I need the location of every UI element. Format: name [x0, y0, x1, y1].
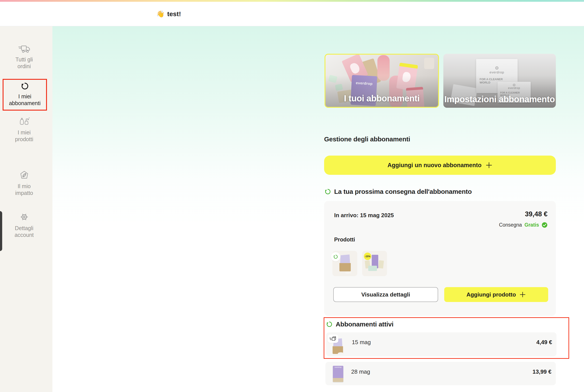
top-bar: 👋 test!: [0, 2, 584, 26]
sidebar-item-my-subscriptions[interactable]: I miei abbonamenti: [2, 79, 47, 110]
purple-box-image: everdrop: [333, 366, 343, 382]
add-product-label: Aggiungi prodotto: [467, 291, 516, 298]
subscription-row[interactable]: 15 mag 4,49 €: [326, 332, 557, 356]
wave-emoji: 👋: [156, 10, 164, 18]
next-delivery-heading-text: La tua prossima consegna dell'abbonament…: [334, 188, 472, 195]
add-subscription-button[interactable]: Aggiungi un nuovo abbonamento: [324, 156, 556, 175]
shipping-line: Consegna Gratis: [499, 222, 548, 228]
brand-wordmark: everdrop: [490, 70, 504, 74]
subscription-date: 28 mag: [351, 368, 370, 375]
collage-pink-pack-yellow: [396, 63, 418, 91]
everdrop-logo-mark: [513, 84, 515, 86]
sidebar: Tutti gli ordini I miei abbonamenti I mi…: [0, 26, 52, 392]
brand-wordmark: everdrop: [333, 366, 343, 368]
main-content: everdrop I tuoi abbonamenti everdrop FOR…: [52, 26, 584, 392]
shipping-box-icon: [328, 334, 338, 343]
add-subscription-label: Aggiungi un nuovo abbonamento: [387, 162, 481, 169]
subscription-row[interactable]: everdrop 28 mag 13,99 €: [325, 362, 556, 385]
banner-subscription-settings[interactable]: everdrop FOR A CLEANER WORLD everdrop FO…: [443, 54, 556, 108]
page-title: Gestione degli abbonamenti: [324, 136, 410, 143]
collage-mint-cube: [335, 84, 343, 91]
next-delivery-card: In arrivo: 15 mag 2025 39,48 € Consegna …: [324, 201, 556, 316]
sidebar-item-label: Dettagli account: [15, 225, 34, 238]
product-thumbnail-bundle[interactable]: -15%: [362, 251, 387, 276]
feedback-drawer-handle[interactable]: [0, 211, 2, 251]
sidebar-item-my-products[interactable]: I miei prodotti: [1, 115, 47, 143]
sidebar-item-account-details[interactable]: Dettagli account: [1, 212, 47, 238]
banner-title: I tuoi abbonamenti: [325, 94, 438, 103]
order-total: 39,48 €: [525, 210, 548, 218]
collage-mint-cube: [328, 75, 337, 83]
spray-bottles-icon: [19, 115, 30, 126]
product-thumbnail-detergent-bag[interactable]: [332, 251, 357, 276]
greeting: 👋 test!: [156, 10, 181, 18]
delivery-card-buttons: Visualizza dettagli Aggiungi prodotto: [333, 287, 548, 302]
subscription-date: 15 mag: [352, 339, 371, 346]
plus-icon: [486, 162, 493, 169]
brand-gradient-strip: [0, 0, 584, 2]
everdrop-logo-mark: [495, 66, 498, 70]
total-price: 39,48 €: [525, 210, 548, 218]
bundle-image: [378, 260, 384, 268]
collage-cream-jar: [424, 58, 434, 69]
sidebar-item-all-orders[interactable]: Tutti gli ordini: [1, 44, 47, 70]
products-label: Prodotti: [334, 236, 355, 243]
banner-your-subscriptions[interactable]: everdrop I tuoi abbonamenti: [325, 54, 439, 108]
subscription-price: 4,49 €: [536, 339, 552, 346]
next-delivery-heading: La tua prossima consegna dell'abbonament…: [325, 188, 472, 195]
refresh-icon: [21, 82, 29, 90]
check-circle-icon: [542, 222, 548, 228]
refresh-badge-icon: [331, 252, 340, 261]
greeting-text: test!: [167, 10, 181, 18]
plus-icon: [519, 291, 526, 298]
refresh-icon: [326, 321, 333, 328]
view-details-button[interactable]: Visualizza dettagli: [333, 287, 438, 302]
shipping-value: Gratis: [525, 222, 539, 228]
truck-icon: [18, 44, 30, 53]
sidebar-item-label: Tutti gli ordini: [15, 56, 33, 70]
active-subscriptions-section: Abbonamenti attivi 15 mag 4,49 €: [324, 317, 569, 359]
detergent-bag-image: [339, 254, 351, 273]
brand-wordmark: everdrop: [508, 86, 520, 90]
shipping-label: Consegna: [499, 222, 522, 228]
refresh-icon: [325, 188, 331, 195]
product-thumbnails: -15%: [332, 251, 387, 276]
subscription-price: 13,99 €: [533, 368, 552, 375]
bundle-image: [368, 266, 377, 271]
sidebar-item-label: Il mio impatto: [15, 183, 33, 196]
leaf-shield-icon: [19, 170, 29, 180]
active-subscriptions-heading-text: Abbonamenti attivi: [336, 320, 394, 328]
sidebar-item-label: I miei prodotti: [15, 129, 33, 143]
sidebar-item-label: I miei abbonamenti: [9, 93, 41, 107]
view-details-label: Visualizza dettagli: [361, 291, 410, 298]
gear-icon: [19, 212, 29, 222]
sidebar-item-my-impact[interactable]: Il mio impatto: [1, 170, 47, 196]
arriving-date-label: In arrivo: 15 mag 2025: [334, 212, 394, 219]
active-subscriptions-heading: Abbonamenti attivi: [326, 320, 394, 328]
collage-pink-bottle: [377, 55, 390, 81]
discount-badge: -15%: [364, 252, 371, 260]
banner-title: Impostazioni abbonamento: [443, 94, 556, 104]
add-product-button[interactable]: Aggiungi prodotto: [444, 287, 548, 302]
